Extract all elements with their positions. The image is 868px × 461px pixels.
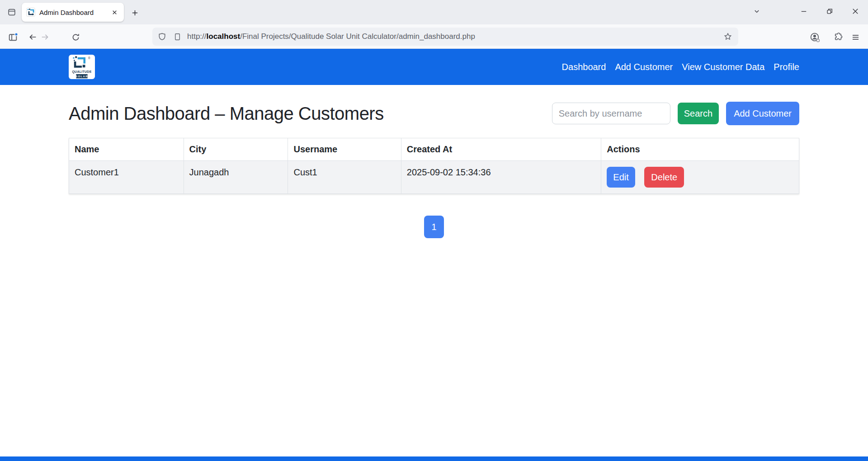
page-1-button[interactable]: 1	[424, 216, 444, 238]
bookmark-star-icon[interactable]	[722, 31, 734, 42]
cell-actions: Edit Delete	[601, 161, 799, 194]
cell-created-at: 2025-09-02 15:34:36	[401, 161, 601, 194]
cell-username: Cust1	[288, 161, 401, 194]
url-host: localhost	[207, 32, 241, 41]
table-header-row: Name City Username Created At Actions	[69, 138, 799, 161]
url-scheme: http://	[187, 32, 207, 41]
site-favicon-icon	[26, 8, 35, 17]
restore-window-icon[interactable]	[823, 5, 836, 18]
navbar-links: Dashboard Add Customer View Customer Dat…	[557, 62, 799, 72]
tab-close-icon[interactable]	[109, 7, 119, 17]
header-name: Name	[69, 138, 184, 161]
svg-text:®: ®	[88, 56, 90, 60]
new-tab-icon[interactable]	[129, 7, 141, 19]
browser-chrome: Admin Dashboard	[0, 0, 868, 49]
extensions-icon[interactable]	[832, 31, 844, 43]
url-path: /Final Projects/Qualitude Solar Unit Cal…	[240, 32, 475, 41]
add-customer-button[interactable]: Add Customer	[726, 102, 799, 125]
tab-title: Admin Dashboard	[39, 9, 109, 16]
sidebar-toggle-icon[interactable]	[7, 31, 19, 43]
menu-icon[interactable]	[849, 31, 861, 43]
firefox-view-icon[interactable]	[5, 6, 18, 19]
list-tabs-chevron-icon[interactable]	[750, 5, 764, 18]
nav-link-add-customer[interactable]: Add Customer	[610, 62, 677, 72]
header-actions: Actions	[601, 138, 799, 161]
header-username: Username	[288, 138, 401, 161]
minimize-icon[interactable]	[797, 5, 811, 18]
customers-table: Name City Username Created At Actions Cu…	[69, 138, 799, 194]
forward-icon[interactable]	[39, 31, 51, 43]
url-bar[interactable]: http://localhost/Final Projects/Qualitud…	[152, 28, 738, 46]
cell-name: Customer1	[69, 161, 184, 194]
edit-button[interactable]: Edit	[607, 167, 635, 188]
nav-link-view-customer-data[interactable]: View Customer Data	[677, 62, 769, 72]
navigation-toolbar: http://localhost/Final Projects/Qualitud…	[0, 24, 868, 49]
toolbar-controls: Search Add Customer	[552, 102, 799, 125]
tab-strip: Admin Dashboard	[0, 0, 868, 24]
nav-link-dashboard[interactable]: Dashboard	[557, 62, 611, 72]
main-content: Admin Dashboard – Manage Customers Searc…	[0, 85, 868, 238]
page-info-icon[interactable]	[173, 33, 182, 41]
svg-text:SOLAR: SOLAR	[75, 75, 88, 78]
site-navbar: ® QUALITUDE SOLAR Dashboard Add Customer…	[0, 49, 868, 85]
svg-text:QUALITUDE: QUALITUDE	[72, 70, 91, 74]
close-window-icon[interactable]	[849, 5, 862, 18]
back-icon[interactable]	[27, 31, 38, 43]
browser-tab[interactable]: Admin Dashboard	[22, 3, 124, 22]
search-button[interactable]: Search	[678, 103, 719, 124]
nav-link-profile[interactable]: Profile	[769, 62, 799, 72]
header-created-at: Created At	[401, 138, 601, 161]
brand-logo[interactable]: ® QUALITUDE SOLAR	[69, 55, 95, 79]
account-icon[interactable]	[809, 31, 821, 43]
url-text: http://localhost/Final Projects/Qualitud…	[187, 32, 722, 41]
footer-bar	[0, 456, 868, 461]
reload-icon[interactable]	[70, 31, 81, 43]
tracking-shield-icon[interactable]	[157, 32, 167, 42]
header-city: City	[184, 138, 288, 161]
delete-button[interactable]: Delete	[644, 167, 684, 188]
search-input[interactable]	[552, 103, 670, 124]
cell-city: Junagadh	[184, 161, 288, 194]
table-row: Customer1 Junagadh Cust1 2025-09-02 15:3…	[69, 161, 799, 194]
page-title: Admin Dashboard – Manage Customers	[69, 103, 384, 124]
pagination: 1	[69, 216, 799, 238]
